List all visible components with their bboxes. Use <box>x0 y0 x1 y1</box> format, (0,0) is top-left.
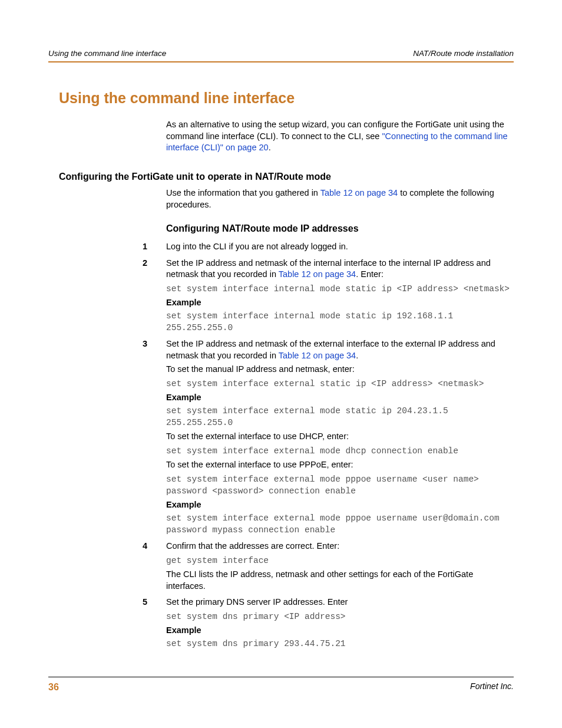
step3-code5: set system interface external mode pppoe… <box>166 512 514 536</box>
step4-p1: The CLI lists the IP address, netmask an… <box>166 569 514 592</box>
step3-p1: To set the manual IP address and netmask… <box>166 364 514 375</box>
step-4: 4 Confirm that the addresses are correct… <box>48 541 514 594</box>
step3-intro-after: . <box>356 351 358 360</box>
step-1: 1 Log into the CLI if you are not alread… <box>48 241 514 255</box>
page-footer: 36 Fortinet Inc. <box>48 677 514 694</box>
step3-p3: To set the external interface to use PPP… <box>166 459 514 471</box>
page-number: 36 <box>48 681 59 694</box>
subsection-heading-1: Configuring the FortiGate unit to operat… <box>59 170 514 183</box>
step-number: 1 <box>48 241 166 255</box>
step-5: 5 Set the primary DNS server IP addresse… <box>48 597 514 652</box>
step1-text: Log into the CLI if you are not already … <box>166 241 514 253</box>
company-name: Fortinet Inc. <box>470 681 514 694</box>
example-label: Example <box>166 297 514 309</box>
intro-text-after: . <box>269 143 271 152</box>
subsection-heading-2: Configuring NAT/Route mode IP addresses <box>166 222 514 235</box>
example-label: Example <box>166 499 514 511</box>
step3-code1: set system interface external static ip … <box>166 378 514 390</box>
step2-code2: set system interface internal mode stati… <box>166 310 514 334</box>
link-table12-a[interactable]: Table 12 on page 34 <box>320 188 398 197</box>
header-left: Using the command line interface <box>48 48 166 59</box>
step2-intro-after: . Enter: <box>356 269 384 279</box>
step3-code2: set system interface external mode stati… <box>166 405 514 429</box>
running-header: Using the command line interface NAT/Rou… <box>48 48 514 62</box>
example-label: Example <box>166 625 514 637</box>
example-label: Example <box>166 392 514 404</box>
sub1-paragraph: Use the information that you gathered in… <box>166 187 514 210</box>
step-3: 3 Set the IP address and netmask of the … <box>48 338 514 538</box>
step4-code1: get system interface <box>166 555 514 566</box>
step3-code3: set system interface external mode dhcp … <box>166 445 514 457</box>
step-2: 2 Set the IP address and netmask of the … <box>48 258 514 337</box>
step-number: 2 <box>48 258 166 337</box>
step3-p2: To set the external interface to use DHC… <box>166 431 514 443</box>
step4-intro: Confirm that the addresses are correct. … <box>166 541 514 552</box>
link-table12-c[interactable]: Table 12 on page 34 <box>279 351 356 360</box>
step5-code2: set system dns primary 293.44.75.21 <box>166 638 514 650</box>
step5-intro: Set the primary DNS server IP addresses.… <box>166 597 514 608</box>
intro-paragraph: As an alternative to using the setup wiz… <box>166 119 514 154</box>
step2-intro: Set the IP address and netmask of the in… <box>166 258 514 281</box>
step-number: 4 <box>48 541 166 594</box>
link-table12-b[interactable]: Table 12 on page 34 <box>279 269 356 279</box>
step3-code4: set system interface external mode pppoe… <box>166 473 514 498</box>
header-right: NAT/Route mode installation <box>413 48 514 59</box>
step3-intro: Set the IP address and netmask of the ex… <box>166 338 514 361</box>
step2-code1: set system interface internal mode stati… <box>166 283 514 295</box>
step-number: 5 <box>48 597 166 652</box>
section-title: Using the command line interface <box>59 88 514 108</box>
step5-code1: set system dns primary <IP address> <box>166 611 514 622</box>
sub1-before: Use the information that you gathered in <box>166 188 320 197</box>
step-number: 3 <box>48 338 166 538</box>
